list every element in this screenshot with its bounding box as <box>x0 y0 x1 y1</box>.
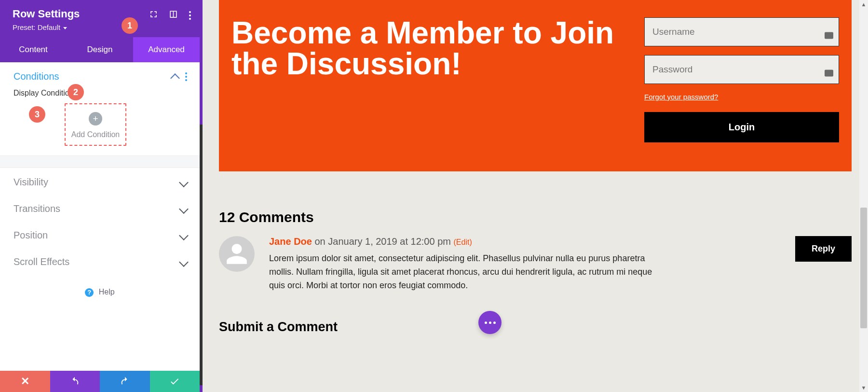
display-conditions-label: Display Conditions <box>14 89 186 98</box>
save-button[interactable] <box>150 371 200 392</box>
comment-author[interactable]: Jane Doe <box>269 236 312 247</box>
builder-fab[interactable] <box>478 311 502 334</box>
chevron-down-icon <box>179 178 189 187</box>
sidebar-header: Row Settings Preset: Default 1 <box>0 0 200 37</box>
submit-comment-heading: Submit a Comment <box>219 320 852 335</box>
expand-icon[interactable] <box>149 10 158 21</box>
login-form: Forgot your password? Login <box>644 17 839 142</box>
tab-advanced[interactable]: Advanced <box>133 37 200 62</box>
redo-button[interactable] <box>100 371 150 392</box>
avatar <box>219 236 255 272</box>
section-conditions: Conditions Display Conditions + Add Cond… <box>0 62 200 155</box>
section-conditions-head[interactable]: Conditions <box>0 62 200 89</box>
annotation-badge-3: 3 <box>29 106 45 123</box>
sidebar-body: Conditions Display Conditions + Add Cond… <box>0 62 200 371</box>
cta-block: Become a Member to Join the Discussion! … <box>219 0 852 171</box>
reply-button[interactable]: Reply <box>795 236 852 262</box>
chevron-down-icon <box>179 257 189 267</box>
undo-button[interactable] <box>50 371 100 392</box>
add-condition-box: + Add Condition <box>65 103 126 146</box>
forgot-password-link[interactable]: Forgot your password? <box>644 93 718 101</box>
layout-icon[interactable] <box>169 10 178 21</box>
keyboard-icon <box>825 70 833 77</box>
scrollbar-thumb[interactable] <box>860 208 867 328</box>
section-divider <box>0 155 200 168</box>
section-position[interactable]: Position <box>0 221 200 248</box>
preset-dropdown[interactable]: Preset: Default <box>13 23 188 31</box>
chevron-up-icon <box>170 73 180 83</box>
section-scroll-effects[interactable]: Scroll Effects <box>0 248 200 274</box>
comment-edit-link[interactable]: (Edit) <box>453 238 472 246</box>
help-row[interactable]: ? Help <box>0 274 200 302</box>
section-transitions-title: Transitions <box>14 203 60 214</box>
preview-scrollbar[interactable]: ▲ ▼ <box>859 0 868 392</box>
comment-text: Lorem ipsum dolor sit amet, consectetur … <box>269 252 665 293</box>
tab-content[interactable]: Content <box>0 37 67 62</box>
scroll-up-icon[interactable]: ▲ <box>859 0 868 9</box>
password-input[interactable] <box>644 55 839 84</box>
comment-date: on January 1, 2019 at 12:00 pm <box>315 236 454 247</box>
chevron-down-icon <box>179 204 189 214</box>
more-options-icon[interactable] <box>189 11 191 20</box>
settings-sidebar: Row Settings Preset: Default 1 Content D… <box>0 0 200 392</box>
section-position-title: Position <box>14 230 48 241</box>
tab-design[interactable]: Design <box>67 37 133 62</box>
keyboard-icon <box>825 32 833 39</box>
section-visibility[interactable]: Visibility <box>0 168 200 195</box>
scroll-down-icon[interactable]: ▼ <box>859 383 868 392</box>
comments-heading: 12 Comments <box>219 209 852 225</box>
chevron-down-icon <box>179 231 189 240</box>
section-conditions-title: Conditions <box>14 71 59 82</box>
username-input[interactable] <box>644 17 839 46</box>
help-icon: ? <box>85 288 94 297</box>
cta-title: Become a Member to Join the Discussion! <box>231 17 635 79</box>
section-scroll-effects-title: Scroll Effects <box>14 256 69 267</box>
cancel-button[interactable]: ✕ <box>0 371 50 392</box>
add-condition-label: Add Condition <box>69 130 122 139</box>
help-label: Help <box>99 288 115 296</box>
comment-meta: Jane Doe on January 1, 2019 at 12:00 pm … <box>269 236 852 247</box>
preview-pane: Become a Member to Join the Discussion! … <box>203 0 868 392</box>
section-visibility-title: Visibility <box>14 177 48 188</box>
comment-item: Jane Doe on January 1, 2019 at 12:00 pm … <box>219 236 852 293</box>
sidebar-footer: ✕ <box>0 371 200 392</box>
section-more-icon[interactable] <box>185 72 187 81</box>
add-condition-button[interactable]: + <box>89 112 102 126</box>
login-button[interactable]: Login <box>644 112 839 142</box>
comments-block: 12 Comments Jane Doe on January 1, 2019 … <box>219 171 852 335</box>
section-transitions[interactable]: Transitions <box>0 195 200 221</box>
sidebar-tabs: Content Design Advanced <box>0 37 200 62</box>
